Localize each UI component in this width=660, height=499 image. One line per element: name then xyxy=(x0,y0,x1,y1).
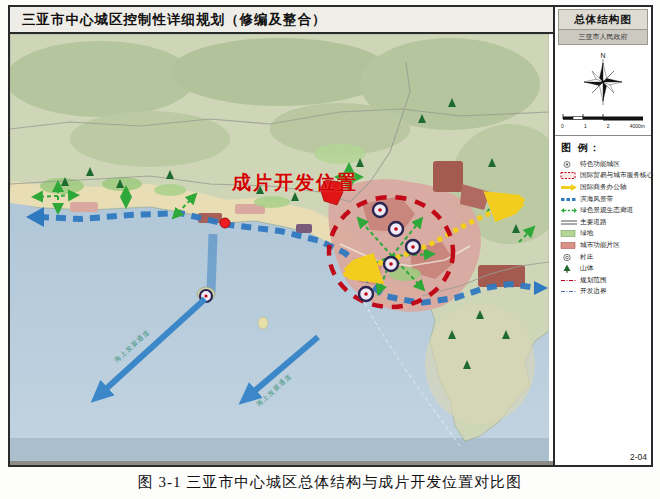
sheet-number: 2-04 xyxy=(630,452,647,462)
legend-item: 开发边界 xyxy=(555,286,651,298)
legend-icon-blue-dash-line xyxy=(560,282,580,300)
map-canvas xyxy=(10,34,549,463)
north-label: N xyxy=(600,52,605,59)
legend-item-label: 绿色景观生态廊道 xyxy=(580,205,633,215)
island-link-band xyxy=(211,234,213,292)
development-site-dot xyxy=(220,218,230,228)
sidebar-divider xyxy=(555,135,651,136)
legend-item-label: 山体 xyxy=(580,263,593,273)
legend-item-label: 国际贸易与城市服务核心 xyxy=(580,171,653,181)
legend-item-label: 特色功能城区 xyxy=(580,159,620,169)
legend-item-label: 村庄 xyxy=(580,252,593,262)
scale-tick: 1 xyxy=(584,123,587,129)
map-sidebar: 总体结构图 三亚市人民政府 N xyxy=(553,7,651,465)
scale-tick-labels: 0 1 2 4000m xyxy=(561,123,645,129)
map-sheet-name: 总体结构图 xyxy=(558,9,648,30)
figure-caption: 图 3-1 三亚市中心城区总体结构与成片开发位置对比图 xyxy=(0,473,660,492)
planning-map: 成片开发位置 海上发展通道 海上发展通道 xyxy=(10,34,549,463)
scale-tick: 0 xyxy=(561,123,564,129)
legend-item-label: 城市功能片区 xyxy=(580,240,620,250)
legend-item-label: 绿地 xyxy=(580,229,593,239)
scale-tick: 2 xyxy=(607,123,610,129)
legend-item-label: 开发边界 xyxy=(580,287,607,297)
legend-item-label: 规划范围 xyxy=(580,275,607,285)
sheet-header: 三亚市中心城区控制性详细规划（修编及整合） xyxy=(10,7,555,34)
small-island xyxy=(258,317,268,329)
development-location-annotation: 成片开发位置 xyxy=(232,170,358,196)
plan-title: 三亚市中心城区控制性详细规划（修编及整合） xyxy=(10,11,327,29)
legend-item-label: 滨海风景带 xyxy=(580,194,613,204)
scale-tick: 4000m xyxy=(630,123,645,129)
map-sheet-frame: 三亚市中心城区控制性详细规划（修编及整合） xyxy=(8,5,653,467)
document-page: 三亚市中心城区控制性详细规划（修编及整合） xyxy=(0,0,660,499)
sea-deep-band xyxy=(10,438,549,463)
legend-item-label: 主要道路 xyxy=(580,217,607,227)
legend-item-label: 国际商务办公轴 xyxy=(580,182,627,192)
compass-rose-icon: N xyxy=(580,49,626,111)
legend-title: 图 例： xyxy=(561,141,651,155)
frame-bottom-strip xyxy=(10,461,553,465)
agency-name: 三亚市人民政府 xyxy=(558,30,648,45)
scale-bar xyxy=(561,113,645,123)
